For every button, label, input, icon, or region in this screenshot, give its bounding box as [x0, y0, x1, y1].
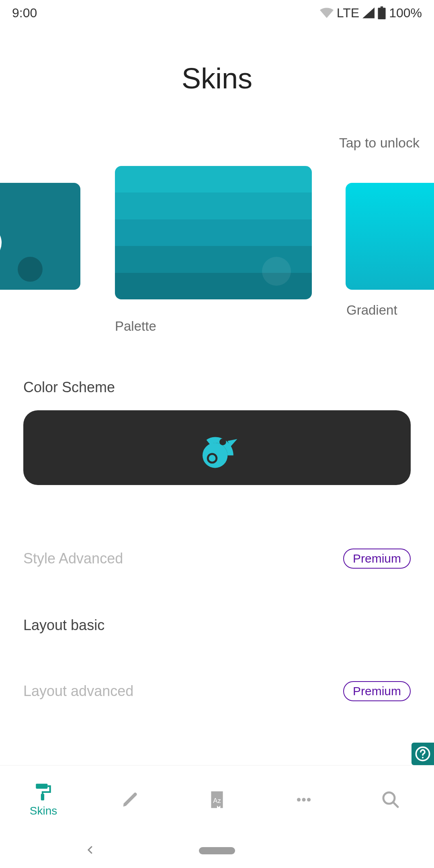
- svg-point-12: [302, 798, 305, 801]
- status-battery: 100%: [389, 6, 422, 20]
- status-bar: 9:00 LTE 100%: [0, 0, 434, 26]
- status-time: 9:00: [12, 6, 37, 20]
- help-icon: [415, 746, 431, 762]
- palette-stripe: [115, 166, 312, 192]
- premium-badge[interactable]: Premium: [343, 681, 411, 701]
- svg-point-11: [297, 798, 301, 801]
- chevron-left-icon: [84, 844, 96, 856]
- svg-line-15: [393, 802, 398, 807]
- status-network: LTE: [337, 6, 359, 20]
- nav-skins[interactable]: Skins: [0, 766, 87, 833]
- color-scheme-preview[interactable]: [23, 410, 411, 485]
- chameleon-icon: [193, 424, 241, 472]
- battery-icon: [378, 6, 386, 19]
- nav-search[interactable]: [347, 766, 434, 833]
- svg-rect-8: [36, 784, 47, 789]
- premium-badge[interactable]: Premium: [343, 549, 411, 569]
- palette-stripe: [115, 219, 312, 246]
- style-advanced-row[interactable]: Style Advanced Premium: [23, 549, 411, 569]
- color-scheme-heading[interactable]: Color Scheme: [23, 379, 411, 396]
- system-home-pill[interactable]: [199, 847, 235, 854]
- card-accent-dot: [262, 257, 291, 286]
- nav-label: Skins: [30, 805, 57, 817]
- card-accent-dot: [18, 257, 43, 282]
- skin-carousel[interactable]: Palette Gradient: [0, 166, 434, 311]
- search-icon: [381, 790, 400, 809]
- layout-advanced-label: Layout advanced: [23, 683, 133, 700]
- palette-stripe: [115, 192, 312, 219]
- skin-card-label: Palette: [115, 319, 156, 334]
- layout-advanced-row[interactable]: Layout advanced Premium: [23, 681, 411, 701]
- skin-card-palette[interactable]: [115, 166, 312, 299]
- skin-card-gradient[interactable]: [346, 183, 434, 290]
- dictionary-icon: Az: [207, 790, 227, 810]
- help-button[interactable]: [411, 743, 434, 765]
- layout-basic-label: Layout basic: [23, 617, 104, 634]
- paint-roller-icon: [33, 782, 53, 802]
- layout-basic-row[interactable]: Layout basic: [23, 617, 411, 634]
- bottom-nav: Skins Az: [0, 765, 434, 833]
- svg-rect-1: [378, 8, 386, 19]
- unlock-hint-label[interactable]: Tap to unlock: [0, 135, 434, 151]
- svg-rect-9: [41, 794, 44, 800]
- system-back-button[interactable]: [84, 844, 96, 858]
- page-title: Skins: [0, 62, 434, 95]
- signal-icon: [362, 7, 375, 18]
- style-advanced-label: Style Advanced: [23, 550, 123, 567]
- svg-point-5: [219, 438, 226, 445]
- svg-point-7: [422, 757, 424, 758]
- skin-card-label: Gradient: [346, 303, 397, 318]
- nav-dictionary[interactable]: Az: [174, 766, 260, 833]
- svg-rect-0: [381, 6, 383, 8]
- nav-more[interactable]: [260, 766, 347, 833]
- wifi-icon: [320, 7, 334, 18]
- svg-point-4: [209, 455, 216, 462]
- system-nav-bar: [0, 833, 434, 868]
- nav-edit[interactable]: [87, 766, 174, 833]
- pencil-icon: [121, 790, 139, 809]
- status-right: LTE 100%: [320, 6, 422, 20]
- skin-card-previous[interactable]: [0, 183, 80, 290]
- more-horizontal-icon: [294, 790, 314, 810]
- svg-text:Az: Az: [213, 797, 221, 805]
- checkmark-icon: [0, 225, 2, 261]
- svg-point-13: [307, 798, 311, 801]
